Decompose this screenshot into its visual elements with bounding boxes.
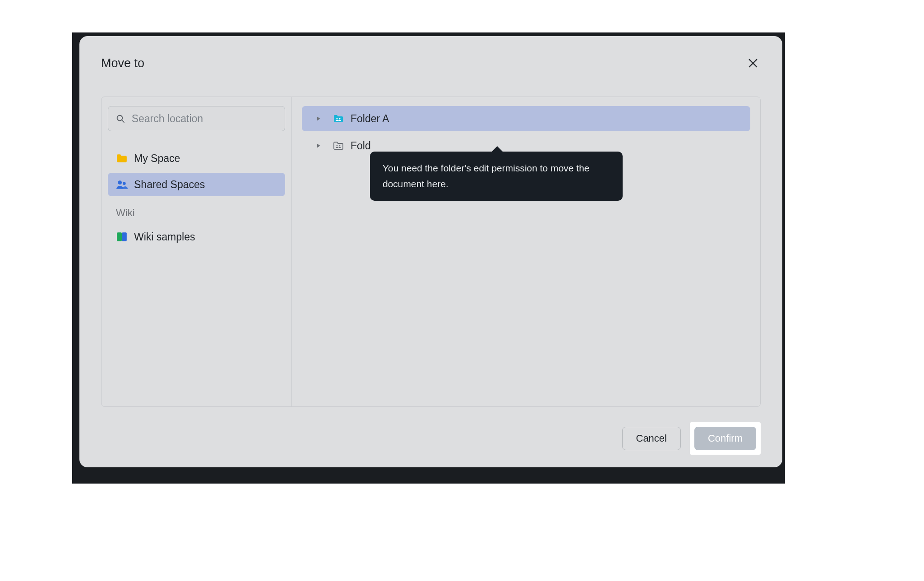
wiki-icon	[116, 231, 128, 243]
permission-tooltip: You need the folder's edit permission to…	[370, 152, 623, 201]
confirm-highlight-box: Confirm	[690, 422, 761, 455]
sidebar-section-wiki: Wiki	[108, 199, 285, 225]
sidebar-item-label: Shared Spaces	[134, 179, 205, 191]
sidebar-item-shared-spaces[interactable]: Shared Spaces	[108, 173, 285, 196]
svg-point-8	[337, 145, 338, 147]
svg-rect-4	[117, 232, 122, 241]
svg-point-2	[118, 180, 122, 184]
folder-label: Folder A	[351, 113, 389, 125]
search-input[interactable]	[132, 113, 277, 125]
shared-folder-outline-icon	[333, 140, 344, 152]
chevron-right-icon	[316, 116, 321, 121]
svg-point-9	[339, 145, 341, 147]
folder-list: Folder A Fold	[292, 97, 760, 406]
dialog-body: My Space Shared Spaces Wiki Wiki samples	[101, 97, 761, 407]
folder-icon	[116, 152, 128, 164]
svg-point-7	[339, 118, 340, 119]
sidebar-item-wiki-samples[interactable]: Wiki samples	[108, 225, 285, 249]
svg-point-6	[336, 118, 337, 119]
folder-row-folder-a[interactable]: Folder A	[302, 106, 750, 131]
dialog-header: Move to	[101, 54, 761, 72]
svg-point-3	[123, 182, 126, 185]
expand-caret[interactable]	[315, 143, 322, 149]
tooltip-text: You need the folder's edit permission to…	[383, 163, 590, 189]
sidebar-item-label: My Space	[134, 152, 180, 165]
search-icon	[116, 113, 125, 124]
close-icon	[747, 57, 759, 69]
sidebar-item-label: Wiki samples	[134, 231, 195, 243]
close-button[interactable]	[745, 55, 761, 71]
sidebar: My Space Shared Spaces Wiki Wiki samples	[102, 97, 292, 406]
svg-rect-5	[122, 232, 127, 241]
chevron-right-icon	[316, 143, 321, 148]
folder-label: Fold	[351, 140, 371, 152]
svg-line-1	[122, 120, 124, 122]
move-to-dialog: Move to My Space Shared Spaces	[79, 36, 782, 467]
confirm-button[interactable]: Confirm	[694, 427, 756, 450]
expand-caret[interactable]	[315, 115, 322, 122]
people-icon	[116, 179, 128, 190]
cancel-button[interactable]: Cancel	[622, 427, 681, 450]
shared-folder-icon	[333, 113, 344, 124]
search-box[interactable]	[108, 106, 285, 131]
dialog-title: Move to	[101, 56, 144, 70]
sidebar-item-my-space[interactable]: My Space	[108, 147, 285, 170]
dialog-footer: Cancel Confirm	[101, 407, 761, 455]
